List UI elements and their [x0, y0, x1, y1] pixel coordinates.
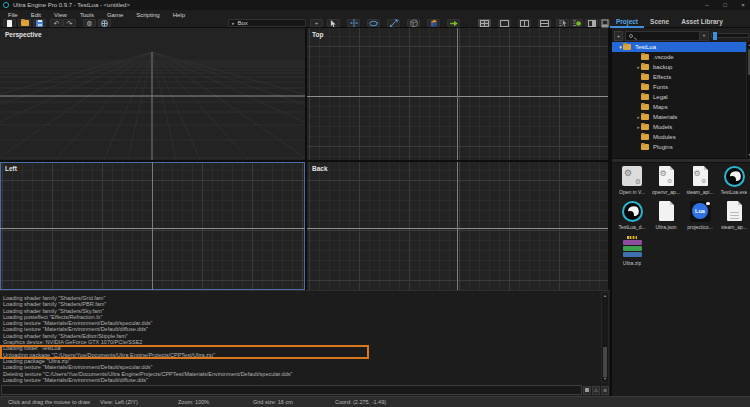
- move-tool-button[interactable]: [347, 19, 360, 27]
- tree-item[interactable]: Legal: [612, 92, 750, 102]
- run-game-button[interactable]: [447, 19, 460, 27]
- viewport-back[interactable]: Back: [307, 162, 608, 290]
- textured-box-icon: [430, 19, 438, 27]
- publish-button[interactable]: [98, 19, 111, 27]
- close-button[interactable]: ×: [738, 2, 748, 8]
- add-asset-button[interactable]: +: [614, 31, 623, 41]
- tree-item-root[interactable]: ▾ TestLua: [612, 42, 750, 52]
- file-item[interactable]: ⚙⚙ openvr_ap...: [649, 165, 683, 199]
- search-filter-dropdown[interactable]: ▼: [699, 32, 708, 40]
- rotate-icon: [369, 20, 378, 27]
- file-name: TestLua_d...: [618, 224, 645, 230]
- grid-axis-vertical: [457, 28, 458, 160]
- redo-button[interactable]: ↷: [63, 19, 76, 27]
- panel-tab-bar: Project Scene Asset Library: [610, 14, 750, 28]
- layout-hsplit-button[interactable]: [538, 19, 551, 27]
- quad-view-icon: [480, 20, 489, 27]
- tree-item[interactable]: Modules: [612, 132, 750, 142]
- viewport-area: Perspective: [0, 28, 610, 290]
- tree-item[interactable]: Maps: [612, 102, 750, 112]
- slider-handle[interactable]: [713, 32, 717, 40]
- options-button[interactable]: ⚙: [83, 19, 96, 27]
- tree-scrollbar[interactable]: ▲ ▼: [746, 42, 750, 158]
- scale-tool-button[interactable]: [387, 19, 400, 27]
- select-tool-button[interactable]: [327, 19, 340, 27]
- pointer-icon: [330, 20, 337, 27]
- menu-scripting[interactable]: Scripting: [136, 12, 159, 18]
- tree-item[interactable]: ▸ Models: [612, 122, 750, 132]
- textured-box-button[interactable]: [427, 19, 440, 27]
- app-gears-icon: ⚙⚙: [622, 166, 642, 186]
- menu-game[interactable]: Game: [107, 12, 123, 18]
- scroll-up-icon[interactable]: ▲: [602, 293, 608, 299]
- undo-button[interactable]: ↶: [50, 19, 63, 27]
- text-file-icon: [727, 201, 742, 221]
- rotate-tool-button[interactable]: [367, 19, 380, 27]
- file-browser: ⚙⚙ Open in V... ⚙⚙ openvr_ap... ⚙⚙ steam…: [612, 163, 750, 396]
- file-item[interactable]: Ultra.json: [649, 200, 683, 234]
- cursor-mode-button[interactable]: [556, 19, 569, 27]
- app-window: Ultra Engine Pro 0.9.7 - TestLua - <unti…: [0, 0, 750, 407]
- menu-tools[interactable]: Tools: [80, 12, 94, 18]
- menu-view[interactable]: View: [54, 12, 67, 18]
- asset-search-input[interactable]: ▼: [625, 31, 709, 41]
- tree-item[interactable]: ▸ backup: [612, 62, 750, 72]
- layout-single-button[interactable]: [498, 19, 511, 27]
- redo-icon: ↷: [67, 20, 73, 27]
- tree-item[interactable]: Plugins: [612, 142, 750, 152]
- file-name: Open in V...: [619, 189, 645, 195]
- filter-messages-button[interactable]: [583, 386, 591, 395]
- file-item[interactable]: Ultra.zip: [615, 236, 649, 270]
- tab-project[interactable]: Project: [610, 18, 644, 28]
- filter-warnings-button[interactable]: ⚠: [592, 386, 600, 395]
- tree-item-label: Maps: [653, 104, 668, 110]
- file-name: steam_api...: [686, 189, 713, 195]
- tab-scene[interactable]: Scene: [644, 18, 675, 28]
- window-title: Ultra Engine Pro 0.9.7 - TestLua - <unti…: [13, 2, 130, 8]
- wireframe-box-button[interactable]: [407, 19, 420, 27]
- menu-help[interactable]: Help: [173, 12, 185, 18]
- tree-item[interactable]: Effects: [612, 72, 750, 82]
- viewport-left[interactable]: Left: [0, 162, 305, 290]
- scrollbar-thumb[interactable]: [603, 347, 607, 377]
- save-button[interactable]: [33, 19, 46, 27]
- single-view-icon: [500, 20, 509, 27]
- layout-vsplit-button[interactable]: [518, 19, 531, 27]
- layout-quad-button[interactable]: [478, 19, 491, 27]
- folder-icon: [641, 54, 649, 60]
- console-log[interactable]: Loading shader family "Shaders/Grid.fam"…: [0, 291, 600, 384]
- tree-item[interactable]: Fonts: [612, 82, 750, 92]
- console-scrollbar[interactable]: ▲ ▼: [601, 292, 609, 383]
- filter-errors-button[interactable]: ⊗: [601, 386, 609, 395]
- file-item[interactable]: ⚙⚙ steam_api...: [683, 165, 717, 199]
- open-project-button[interactable]: [18, 19, 31, 27]
- viewport-top[interactable]: Top: [307, 28, 608, 160]
- tree-item-label: Materials: [653, 114, 677, 120]
- viewport-perspective[interactable]: Perspective: [0, 28, 305, 160]
- menu-file[interactable]: File: [8, 12, 18, 18]
- menu-edit[interactable]: Edit: [31, 12, 41, 18]
- file-item[interactable]: TestLua_d...: [615, 200, 649, 234]
- console-command-input[interactable]: [1, 385, 582, 395]
- asset-search-row: + ▼: [612, 29, 750, 42]
- file-item[interactable]: Lua projectico...: [683, 200, 717, 234]
- tree-item[interactable]: ▸ Materials: [612, 112, 750, 122]
- new-file-icon: [7, 20, 12, 27]
- maximize-button[interactable]: □: [720, 2, 730, 8]
- thumbnail-size-slider[interactable]: [711, 33, 749, 38]
- snap-toggle-button[interactable]: [570, 19, 583, 27]
- file-name: projectico...: [687, 224, 713, 230]
- tab-asset-library[interactable]: Asset Library: [675, 18, 729, 28]
- tree-item[interactable]: .vscode: [612, 52, 750, 62]
- scroll-down-icon[interactable]: ▼: [602, 376, 608, 382]
- add-primitive-button[interactable]: +: [310, 19, 323, 27]
- primitive-dropdown[interactable]: ▸ Box: [228, 19, 306, 27]
- file-item[interactable]: TestLua.exe: [717, 165, 750, 199]
- minimize-button[interactable]: –: [702, 2, 712, 8]
- toggle-right-panel-button[interactable]: [585, 19, 598, 27]
- file-item[interactable]: ⚙⚙ Open in V...: [615, 165, 649, 199]
- new-file-button[interactable]: [3, 19, 16, 27]
- toggle-console-button[interactable]: [599, 19, 610, 27]
- file-item[interactable]: steam_ap...: [717, 200, 750, 234]
- folder-icon: [623, 44, 631, 50]
